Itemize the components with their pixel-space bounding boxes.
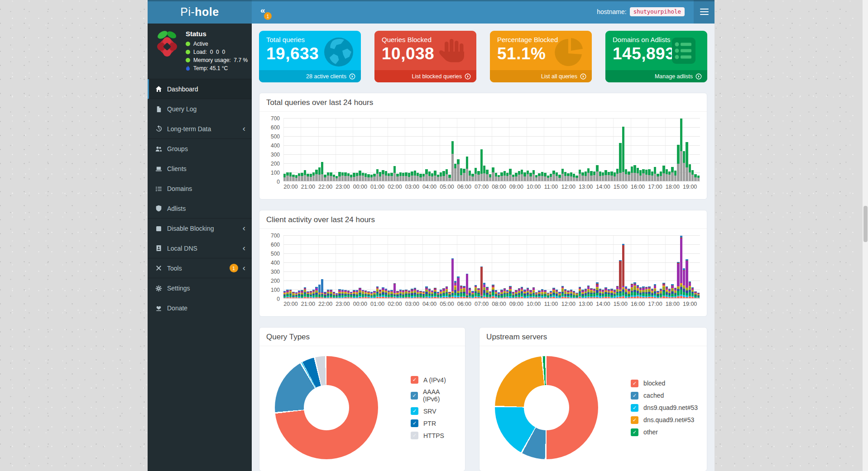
sidebar-item-disable-blocking[interactable]: Disable Blocking‹ xyxy=(148,219,252,238)
sidebar-item-donate[interactable]: Donate xyxy=(148,298,252,318)
bar-segment xyxy=(683,289,685,292)
legend-checkbox-icon[interactable]: ✓ xyxy=(631,404,638,412)
query-types-donut-chart[interactable] xyxy=(275,356,378,459)
x-tick-label: 11:00 xyxy=(544,184,558,190)
legend-checkbox-icon[interactable]: ✓ xyxy=(411,432,418,439)
bar-segment xyxy=(642,173,644,181)
sidebar-item-label: Dashboard xyxy=(167,86,245,93)
menu-toggle-button[interactable] xyxy=(694,0,715,24)
sidebar-item-label: Local DNS xyxy=(167,245,243,252)
sidebar-item-local-dns[interactable]: Local DNS‹ xyxy=(148,238,252,258)
legend-item-dns-quad9-net-53[interactable]: ✓dns.quad9.net#53 xyxy=(631,416,698,424)
stat-card-footer-link[interactable]: Manage adlists xyxy=(605,70,707,82)
bar-segment xyxy=(492,292,494,296)
bar xyxy=(694,291,696,298)
bar xyxy=(350,292,352,298)
bar-segment xyxy=(379,176,381,181)
sidebar-item-settings[interactable]: Settings xyxy=(148,278,252,298)
bar-segment xyxy=(691,170,694,175)
bar-segment xyxy=(523,172,526,176)
legend-checkbox-icon[interactable]: ✓ xyxy=(631,380,638,387)
bar-segment xyxy=(477,175,480,181)
sidebar-item-dashboard[interactable]: Dashboard xyxy=(148,79,252,99)
legend-item-blocked[interactable]: ✓blocked xyxy=(631,380,698,387)
legend-item-ptr[interactable]: ✓PTR xyxy=(411,419,456,427)
legend-checkbox-icon[interactable]: ✓ xyxy=(411,392,418,400)
upstream-servers-donut-chart[interactable] xyxy=(495,356,598,459)
bar xyxy=(414,288,416,298)
bar-segment xyxy=(434,171,436,176)
x-tick-label: 02:00 xyxy=(388,184,402,190)
legend-checkbox-icon[interactable]: ✓ xyxy=(631,428,638,436)
sidebar-item-tools[interactable]: Tools1‹ xyxy=(148,258,252,278)
legend-item-cached[interactable]: ✓cached xyxy=(631,392,698,400)
bar xyxy=(512,175,514,181)
bar xyxy=(367,291,369,298)
legend-checkbox-icon[interactable]: ✓ xyxy=(411,407,418,415)
bar-segment xyxy=(532,297,535,298)
bar-segment xyxy=(382,297,384,298)
bar-segment xyxy=(454,168,456,181)
bar xyxy=(515,290,517,298)
y-tick-label: 500 xyxy=(271,251,280,257)
sidebar-item-groups[interactable]: Groups xyxy=(148,139,252,159)
x-tick-label: 07:00 xyxy=(475,184,489,190)
shield-icon xyxy=(154,205,163,212)
legend-item-https[interactable]: ✓HTTPS xyxy=(411,432,456,439)
bar-segment xyxy=(364,297,367,298)
browser-scrollbar[interactable] xyxy=(863,0,868,471)
client-activity-24h-chart[interactable]: 700600500400300200100020:0021:0022:0023:… xyxy=(283,235,700,311)
legend-item-a-ipv4-[interactable]: ✓A (IPv4) xyxy=(411,376,456,384)
bar-segment xyxy=(666,174,668,181)
sidebar-item-domains[interactable]: Domains xyxy=(148,179,252,199)
bar-segment xyxy=(500,298,503,298)
bar-segment xyxy=(506,176,508,181)
bar xyxy=(590,171,592,181)
legend-checkbox-icon[interactable]: ✓ xyxy=(411,376,418,384)
y-tick-label: 0 xyxy=(277,296,280,302)
legend-item-dns9-quad9-net-53[interactable]: ✓dns9.quad9.net#53 xyxy=(631,404,698,412)
bar-segment xyxy=(680,119,682,151)
home-icon xyxy=(154,86,163,93)
bar-segment xyxy=(677,145,679,164)
bar-segment xyxy=(686,142,688,167)
sidebar-item-long-term-data[interactable]: Long-term Data‹ xyxy=(148,119,252,139)
legend-item-srv[interactable]: ✓SRV xyxy=(411,407,456,415)
addressbook-icon xyxy=(154,245,163,252)
bar-segment xyxy=(657,298,659,298)
stat-card-footer-link[interactable]: List all queries xyxy=(490,70,592,82)
sidebar-item-label: Adlists xyxy=(167,205,245,212)
sidebar-item-adlists[interactable]: Adlists xyxy=(148,199,252,219)
bar xyxy=(552,288,555,298)
legend-item-other[interactable]: ✓other xyxy=(631,428,698,436)
bar xyxy=(347,173,350,181)
stat-card-footer-link[interactable]: 28 active clients xyxy=(259,70,361,82)
bar-segment xyxy=(301,173,303,176)
hostname-value: shutyourpihole xyxy=(630,7,685,16)
stat-card-footer-link[interactable]: List blocked queries xyxy=(374,70,476,82)
bar-segment xyxy=(417,176,419,181)
bar-segment xyxy=(660,176,662,181)
legend-item-aaaa-ipv6-[interactable]: ✓AAAA (IPv6) xyxy=(411,388,456,403)
bar-segment xyxy=(680,296,682,298)
bar-segment xyxy=(691,293,694,296)
bar xyxy=(489,174,491,181)
app-logo[interactable]: Pi-hole xyxy=(148,0,252,24)
sidebar-item-clients[interactable]: Clients xyxy=(148,159,252,179)
queries-over-24h-chart[interactable]: 700600500400300200100020:0021:0022:0023:… xyxy=(283,118,700,194)
bar xyxy=(477,171,480,181)
bar-segment xyxy=(651,297,653,298)
legend-checkbox-icon[interactable]: ✓ xyxy=(411,419,418,427)
status-row: Temp: 45.1 °C xyxy=(186,65,248,71)
scrollbar-thumb[interactable] xyxy=(863,206,868,242)
sidebar-item-query-log[interactable]: Query Log xyxy=(148,99,252,119)
legend-checkbox-icon[interactable]: ✓ xyxy=(631,416,638,424)
bar-segment xyxy=(376,174,379,181)
bar xyxy=(683,151,685,181)
bar-segment xyxy=(417,297,419,298)
bar xyxy=(518,171,520,181)
legend-checkbox-icon[interactable]: ✓ xyxy=(631,392,638,400)
bar xyxy=(434,171,436,181)
bar-segment xyxy=(422,298,425,298)
bar-segment xyxy=(480,149,483,174)
